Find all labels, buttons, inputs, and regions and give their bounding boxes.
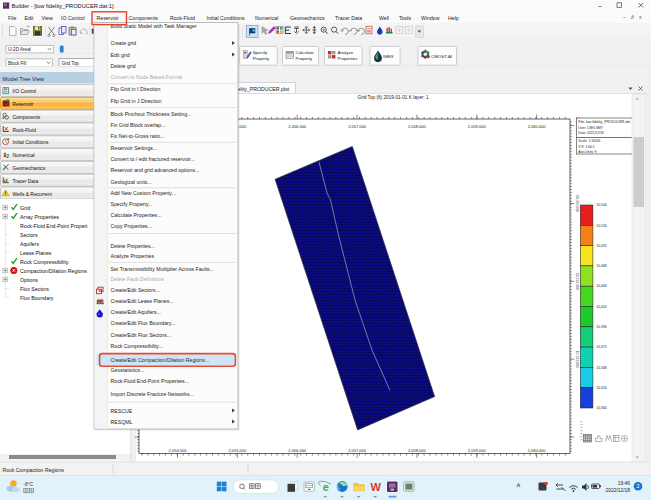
- svg-text:2,060,000: 2,060,000: [528, 124, 547, 129]
- svg-text:2: 2: [636, 483, 639, 489]
- svg-text:Rock-Fluid End-Point Propertie: Rock-Fluid End-Point Properties...: [111, 378, 189, 384]
- svg-text:10,516: 10,516: [596, 224, 606, 228]
- svg-text:Flux Sectors: Flux Sectors: [20, 286, 49, 292]
- svg-text:Array Properties: Array Properties: [20, 214, 59, 220]
- svg-text:Delete grid: Delete grid: [111, 63, 136, 69]
- svg-text:∂: ∂: [631, 14, 634, 20]
- svg-text:File: File: [8, 15, 16, 21]
- svg-text:Set Transmissibility Multiplie: Set Transmissibility Multiplier Across F…: [111, 266, 215, 272]
- svg-text:Create/Edit Lease Planes...: Create/Edit Lease Planes...: [111, 298, 174, 304]
- svg-text:Numerical: Numerical: [255, 15, 278, 21]
- svg-text:Options: Options: [20, 277, 38, 283]
- svg-text:IO Control: IO Control: [61, 15, 85, 21]
- svg-text:10,420: 10,420: [596, 305, 606, 309]
- svg-text:Grid: Grid: [20, 205, 30, 211]
- svg-text:Builder - [low fidelity_PRODUC: Builder - [low fidelity_PRODUCER.dat:1]: [12, 3, 115, 9]
- svg-text:Reservoir: Reservoir: [97, 15, 119, 21]
- svg-text:Well: Well: [379, 15, 389, 21]
- svg-text:Delete Properties...: Delete Properties...: [111, 243, 155, 249]
- svg-text:Help: Help: [448, 15, 459, 21]
- svg-text:View: View: [42, 15, 53, 21]
- svg-text:Scale: 1:10045: Scale: 1:10045: [578, 139, 600, 143]
- svg-text:Lease Planes: Lease Planes: [20, 250, 52, 256]
- svg-text:10,332,000: 10,332,000: [575, 351, 579, 368]
- svg-text:CMOST-AI: CMOST-AI: [431, 54, 452, 59]
- svg-text:Convert to / edit fractured re: Convert to / edit fractured reservoir...: [111, 156, 195, 162]
- svg-text:IJ-2D Areal: IJ-2D Areal: [8, 47, 31, 52]
- svg-text:Rock-Fluid: Rock-Fluid: [170, 15, 195, 21]
- svg-text:PRODUCER: PRODUCER: [344, 249, 362, 253]
- svg-text:Create grid: Create grid: [111, 40, 137, 46]
- svg-text:Fix Grid Block overlap...: Fix Grid Block overlap...: [111, 122, 166, 128]
- svg-text:10,492: 10,492: [596, 244, 606, 248]
- svg-text:2,057,000: 2,057,000: [348, 124, 367, 129]
- svg-text:10,540: 10,540: [596, 203, 606, 207]
- svg-text:User: CMG-SMY: User: CMG-SMY: [578, 126, 604, 130]
- svg-text:10,336,000: 10,336,000: [575, 195, 579, 212]
- svg-text:Create/Edit Compaction/Dilatio: Create/Edit Compaction/Dilation Regions.…: [111, 357, 210, 363]
- svg-text:Analyze Properties: Analyze Properties: [111, 253, 155, 259]
- svg-text:2,056,000: 2,056,000: [288, 124, 307, 129]
- svg-text:Axis Units: ft: Axis Units: ft: [578, 150, 596, 154]
- svg-text:Components: Components: [13, 115, 41, 120]
- svg-text:2,058,000: 2,058,000: [408, 448, 427, 453]
- svg-text:10,396: 10,396: [596, 325, 606, 329]
- svg-text:Rock Compaction Regions: Rock Compaction Regions: [3, 467, 65, 473]
- svg-text:Geomechanics: Geomechanics: [290, 15, 325, 21]
- svg-text:10,444: 10,444: [596, 284, 606, 288]
- svg-text:Tools: Tools: [399, 15, 412, 21]
- svg-text:2,058,000: 2,058,000: [408, 124, 427, 129]
- svg-text:Grid Top (ft) 2019-01-01: Grid Top (ft) 2019-01-01 K layer: 1: [358, 95, 429, 100]
- svg-text:Flip Grid in I Direction: Flip Grid in I Direction: [111, 86, 161, 92]
- svg-text:I/O Control: I/O Control: [13, 89, 37, 94]
- svg-text:Date: 2022/12/18: Date: 2022/12/18: [578, 131, 603, 135]
- svg-text:-8°C: -8°C: [24, 482, 34, 487]
- svg-text:Create/Edit Aquifers...: Create/Edit Aquifers...: [111, 309, 161, 315]
- svg-text:2,059,000: 2,059,000: [468, 448, 487, 453]
- svg-text:Grid Top: Grid Top: [62, 61, 80, 66]
- svg-text:RESQML: RESQML: [111, 419, 133, 425]
- svg-text:Property: Property: [253, 56, 270, 61]
- svg-text:10,324: 10,324: [596, 386, 606, 390]
- svg-text:Properties: Properties: [338, 56, 359, 61]
- svg-text:Delete Fault Definitions: Delete Fault Definitions: [111, 276, 165, 282]
- svg-text:File: low fidelity_PRODUCER.da: File: low fidelity_PRODUCER.dat: [578, 120, 630, 124]
- svg-text:Calculate Properties...: Calculate Properties...: [111, 212, 162, 218]
- svg-text:Components: Components: [129, 15, 159, 21]
- svg-text:Numerical: Numerical: [13, 153, 35, 158]
- svg-text:2: 2: [6, 153, 9, 159]
- svg-text:Flux Boundary: Flux Boundary: [20, 295, 54, 301]
- svg-text:Geological units...: Geological units...: [111, 179, 152, 185]
- svg-text:Rock Compressibility.: Rock Compressibility.: [20, 259, 69, 265]
- svg-text:Property: Property: [296, 56, 313, 61]
- svg-text:Specify Property...: Specify Property...: [111, 201, 153, 207]
- svg-text:Block Fill: Block Fill: [8, 61, 26, 66]
- svg-text:Reservoir: Reservoir: [13, 102, 34, 107]
- svg-text:2,056,000: 2,056,000: [288, 448, 307, 453]
- svg-text:Import Discrete Fracture Netwo: Import Discrete Fracture Networks...: [111, 391, 194, 397]
- svg-text:2,054,000: 2,054,000: [169, 448, 188, 453]
- svg-text:Reservoir Settings...: Reservoir Settings...: [111, 145, 158, 151]
- svg-text:Analyze: Analyze: [338, 50, 354, 55]
- svg-text:2,055,000: 2,055,000: [228, 448, 247, 453]
- svg-text:Edit grid: Edit grid: [111, 52, 130, 58]
- svg-text:Geostatistics...: Geostatistics...: [111, 367, 145, 373]
- svg-text:Convert to Node Based Format: Convert to Node Based Format: [111, 74, 183, 80]
- svg-text:Wells & Recurrent: Wells & Recurrent: [13, 192, 53, 197]
- svg-text:–: –: [598, 2, 602, 9]
- svg-text:RESCUE: RESCUE: [111, 408, 133, 414]
- svg-text:Tracer Data: Tracer Data: [13, 179, 39, 184]
- svg-text:10,372: 10,372: [596, 345, 606, 349]
- svg-text:Reservoir and grid advanced op: Reservoir and grid advanced options...: [111, 167, 200, 173]
- svg-text:Fix Net-to-Gross ratio...: Fix Net-to-Gross ratio...: [111, 133, 165, 139]
- svg-text:Rock-Fluid: Rock-Fluid: [13, 128, 37, 133]
- svg-text:Window: Window: [421, 15, 440, 21]
- svg-text:Y/X: 1.00:1: Y/X: 1.00:1: [578, 145, 594, 149]
- svg-text:Flip Grid in J Direction: Flip Grid in J Direction: [111, 98, 162, 104]
- svg-text:W: W: [370, 481, 381, 493]
- svg-text:Tracer Data: Tracer Data: [335, 15, 362, 21]
- svg-text:19:46: 19:46: [618, 481, 631, 486]
- svg-text:2,060,000: 2,060,000: [528, 448, 547, 453]
- svg-text:Sectors: Sectors: [20, 232, 38, 238]
- svg-text:x: x: [639, 14, 642, 20]
